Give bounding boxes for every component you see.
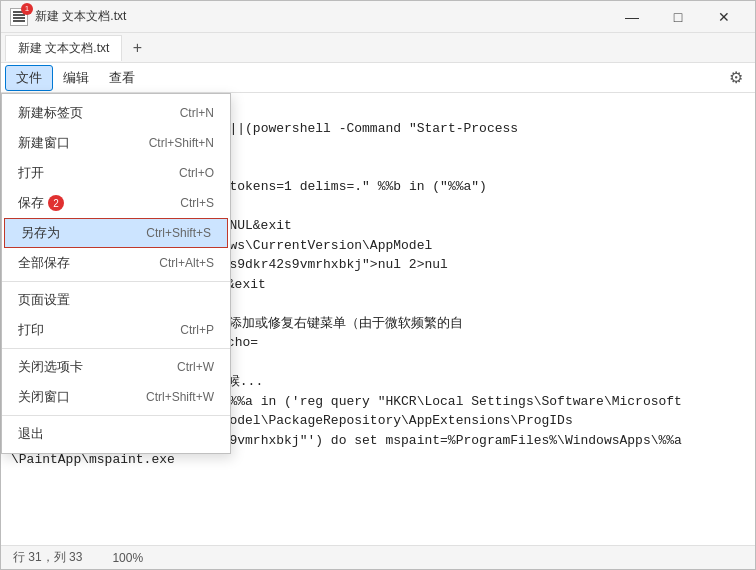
menu-save-as[interactable]: 另存为 Ctrl+Shift+S xyxy=(4,218,228,248)
menu-close-window[interactable]: 关闭窗口 Ctrl+Shift+W xyxy=(2,382,230,412)
menu-new-window[interactable]: 新建窗口 Ctrl+Shift+N xyxy=(2,128,230,158)
file-dropdown: 新建标签页 Ctrl+N 新建窗口 Ctrl+Shift+N 打开 Ctrl+O… xyxy=(1,93,231,454)
maximize-button[interactable]: □ xyxy=(655,1,701,33)
app-badge: 1 xyxy=(21,3,33,15)
status-bar: 行 31，列 33 100% xyxy=(1,545,755,569)
dropdown-menu: 新建标签页 Ctrl+N 新建窗口 Ctrl+Shift+N 打开 Ctrl+O… xyxy=(1,93,231,454)
menu-page-setup[interactable]: 页面设置 xyxy=(2,285,230,315)
menu-exit[interactable]: 退出 xyxy=(2,419,230,449)
app-icon: 1 xyxy=(9,7,29,27)
menu-print[interactable]: 打印 Ctrl+P xyxy=(2,315,230,345)
menu-save[interactable]: 保存 2 Ctrl+S xyxy=(2,188,230,218)
menu-view[interactable]: 查看 xyxy=(99,65,145,91)
add-tab-button[interactable]: + xyxy=(124,35,150,61)
divider-2 xyxy=(2,348,230,349)
menu-edit[interactable]: 编辑 xyxy=(53,65,99,91)
active-tab[interactable]: 新建 文本文档.txt xyxy=(5,35,122,61)
menu-file[interactable]: 文件 xyxy=(5,65,53,91)
divider-1 xyxy=(2,281,230,282)
menu-close-tab[interactable]: 关闭选项卡 Ctrl+W xyxy=(2,352,230,382)
cursor-position: 行 31，列 33 xyxy=(13,549,82,566)
menu-bar: 文件 编辑 查看 ⚙ 新建标签页 Ctrl+N 新建窗口 Ctrl+Shift+… xyxy=(1,63,755,93)
menu-save-all[interactable]: 全部保存 Ctrl+Alt+S xyxy=(2,248,230,278)
settings-icon[interactable]: ⚙ xyxy=(721,64,751,91)
divider-3 xyxy=(2,415,230,416)
tab-label: 新建 文本文档.txt xyxy=(18,40,109,57)
menu-new-tab[interactable]: 新建标签页 Ctrl+N xyxy=(2,98,230,128)
menu-open[interactable]: 打开 Ctrl+O xyxy=(2,158,230,188)
tab-bar: 新建 文本文档.txt + xyxy=(1,33,755,63)
minimize-button[interactable]: — xyxy=(609,1,655,33)
save-badge: 2 xyxy=(48,195,64,211)
zoom-level: 100% xyxy=(112,551,143,565)
title-bar: 1 新建 文本文档.txt — □ ✕ xyxy=(1,1,755,33)
window-title: 新建 文本文档.txt xyxy=(35,8,609,25)
close-button[interactable]: ✕ xyxy=(701,1,747,33)
main-window: 1 新建 文本文档.txt — □ ✕ 新建 文本文档.txt + 文件 编辑 … xyxy=(0,0,756,570)
window-controls: — □ ✕ xyxy=(609,1,747,33)
